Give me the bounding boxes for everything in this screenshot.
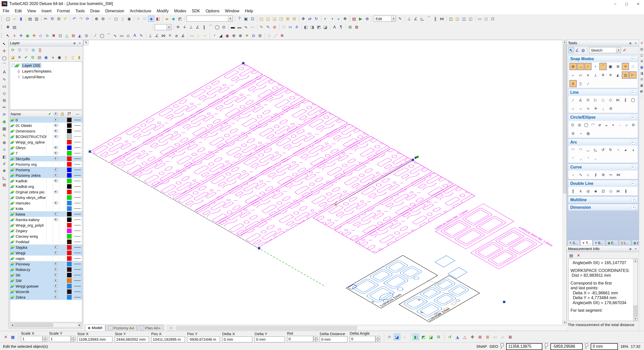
toolbar-icon[interactable]: ∠ [154,32,160,39]
palette-tab-S[interactable]: ↖S... [568,240,580,246]
layer-active-cell[interactable] [46,156,53,161]
maximize-button[interactable]: ▢ [621,0,632,8]
toolbar-icon[interactable]: ∔ [181,24,188,30]
toolbar-icon[interactable]: ◟ [592,155,599,162]
toolbar-icon[interactable]: ✥ [300,16,306,22]
field-input[interactable]: 0 mm [222,336,252,342]
toolbar-icon[interactable]: ◇ [1,90,8,96]
toolbar-icon[interactable]: ◺ [592,146,599,153]
toolbar-icon[interactable]: ⊠ [507,334,513,340]
layer-color-cell[interactable] [65,211,73,217]
toolbar-icon[interactable]: ◺ [1,175,8,181]
toolbar-icon[interactable]: ◠ [570,146,577,153]
toolbar-icon[interactable]: ⊢ [629,72,636,79]
toolbar-icon[interactable]: ◑ [329,16,335,22]
toolbar-icon[interactable]: ▱ [499,334,506,340]
layer-linestyle-cell[interactable] [73,283,82,289]
layer-linestyle-cell[interactable] [73,294,82,300]
field-spinner[interactable]: ▲▼ [71,336,75,343]
toolbar-icon[interactable]: ◪ [322,24,329,30]
layer-color-cell[interactable] [65,206,73,211]
toolbar-icon[interactable]: ∟ [195,32,202,39]
layer-active-cell[interactable] [46,117,53,123]
new-layer-icon[interactable]: ◪ [10,54,16,60]
field-input[interactable]: 0 [350,336,375,342]
tools-mode-select[interactable]: Sketch▼ [589,47,621,53]
layer-lock-cell[interactable] [59,145,65,150]
brush-icon[interactable]: ✐ [622,47,628,53]
toolbar-icon[interactable]: ∨ [585,72,592,79]
toolbar-icon[interactable]: ∕ [585,80,592,87]
chevron-down-icon[interactable]: ▼ [616,48,621,53]
angle-cursor-icon[interactable]: ∠ [574,47,580,53]
report-icon[interactable]: ▤ [568,252,574,259]
toolbar-icon[interactable]: ▶ [357,16,364,22]
spinner-up-icon[interactable]: ▲ [376,336,380,339]
layer-row[interactable]: Dimensions [10,128,82,134]
layer-visibility-cell[interactable] [53,239,59,244]
toolbar-icon[interactable]: ◑ [629,146,636,153]
deselect-icon[interactable]: ✕ [3,334,9,340]
layer-linestyle-cell[interactable] [73,189,82,195]
toolbar-icon[interactable]: ◩ [420,334,427,340]
undo-icon[interactable]: ↶ [71,16,77,22]
toolbar-icon[interactable]: ∥ [570,188,577,195]
layer-lock-cell[interactable] [59,222,65,228]
toolbar-icon[interactable]: ⊠ [477,334,483,340]
layer-visibility-cell[interactable] [53,211,59,217]
toolbar-icon[interactable]: ✛ [18,32,24,39]
layer-row[interactable]: Skrzydlo [10,156,82,161]
globe-icon[interactable]: ◍ [580,47,586,53]
layer-row[interactable]: Wzornik [10,289,82,294]
toolbar-icon[interactable]: ⊠ [1,182,8,188]
toolbar-icon[interactable]: ✎ [258,24,265,30]
delete-layer-icon[interactable]: ✖ [16,54,22,60]
arc-tool-icon[interactable]: ⌒ [105,32,112,39]
layer-visibility-cell[interactable] [53,134,59,139]
toolbar-icon[interactable]: ◮ [454,334,461,340]
toolbar-icon[interactable]: ⋉ [615,96,622,103]
layer-linestyle-cell[interactable] [73,256,82,261]
layer-color-cell[interactable] [65,200,73,206]
toolbar-icon[interactable]: ▤ [11,24,18,30]
layer-visibility-cell[interactable] [53,172,59,178]
print-icon[interactable]: ▤ [27,16,33,22]
layer-visibility-cell[interactable] [53,145,59,150]
field-input[interactable]: 0 mm [255,336,285,342]
layer-lock-cell[interactable] [59,278,65,283]
expand-icon[interactable]: « [631,197,636,202]
section-header[interactable]: Line« [568,89,638,96]
layer-color-cell[interactable] [65,172,73,178]
layer-lock-cell[interactable] [59,233,65,239]
layer-visibility-cell[interactable] [53,156,59,161]
toolbar-icon[interactable]: ◰ [258,16,265,22]
new-icon[interactable]: ▢ [5,16,11,22]
layer-linestyle-cell[interactable] [73,250,82,256]
toolbar-icon[interactable]: □ [599,96,607,103]
close-button[interactable]: ✕ [632,0,644,8]
toolbar-icon[interactable]: ⌒ [599,63,607,70]
layer-active-cell[interactable] [46,283,53,289]
toolbar-icon[interactable]: ◢ [218,32,224,39]
toolbar-icon[interactable]: ◑ [50,54,56,60]
toolbar-icon[interactable]: ◠ [590,121,596,128]
toolbar-icon[interactable]: ▷ [592,96,599,103]
layer-color-cell[interactable] [65,244,73,250]
layer-active-cell[interactable] [46,228,53,233]
toolbar-icon[interactable]: ⊞ [257,32,263,39]
section-header[interactable]: Multiline« [568,197,638,203]
grid-icon[interactable]: ∷ [142,16,148,22]
layer-lock-cell[interactable] [59,150,65,156]
toolbar-icon[interactable]: ◨ [309,24,315,30]
canvas-hscrollbar[interactable] [176,326,568,331]
layer-visibility-cell[interactable] [53,184,59,189]
layer-linestyle-cell[interactable] [73,150,82,156]
toolbar-icon[interactable]: ⇄ [307,16,313,22]
menu-view[interactable]: View [24,9,38,13]
layer-row[interactable]: Poziomy żebra [10,172,82,178]
layer-linestyle-cell[interactable] [73,267,82,272]
layer-linestyle-cell[interactable] [73,206,82,211]
toolbar-icon[interactable]: ▤ [351,16,357,22]
toolbar-icon[interactable]: ↓ [600,105,607,112]
toolbar-icon[interactable]: ∩ [585,171,592,178]
